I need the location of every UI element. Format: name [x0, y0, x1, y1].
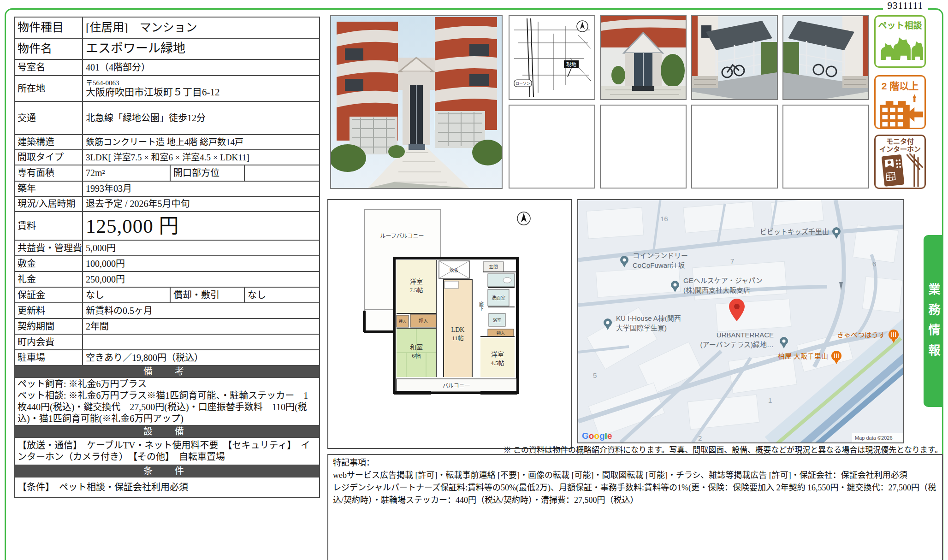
table-row-rent: 賃料 125,000 円	[14, 212, 320, 240]
map-block-number: 5	[593, 371, 597, 379]
room-label-balcony: バルコニー	[443, 383, 470, 389]
main-building-photo	[330, 15, 503, 189]
conditions-text: 【条件】 ペット相談・保証会社利用必須	[14, 477, 320, 497]
row-label: 駐車場	[14, 350, 83, 365]
table-row: 契約期間 2年間	[14, 318, 320, 334]
dogs-icon	[877, 31, 923, 64]
bicycle-parking-illustration	[692, 16, 777, 99]
poi-label: きゃべつはうす	[837, 331, 885, 339]
map-block-number: 1	[768, 396, 772, 404]
room-label-japanese: 和室	[410, 343, 423, 351]
row-value: 5,000円	[83, 240, 320, 256]
remarks-line1: ペット飼育: ※礼金6万円プラス	[18, 379, 147, 389]
room-label-void: 吹抜	[450, 267, 459, 273]
second-floor-or-above-badge: 2 階以上	[874, 75, 926, 129]
equipment-text: 【放送・通信】 ケーブルTV・ネット使用料不要 【セキュリティ】 インターホン（…	[14, 437, 320, 465]
map-attribution: Map data ©2026	[855, 435, 893, 441]
table-row: 駐車場 空きあり／19,800円（税込）	[14, 350, 320, 365]
section-header-equipment: 設 備	[14, 425, 320, 437]
row-value: 100,000円	[83, 256, 320, 271]
map-block-number: 2	[698, 434, 702, 442]
remarks-line2: ペット相談: ※礼金6万円プラス※猫1匹飼育可能、・駐輪ステッカー 1枚440円…	[18, 390, 308, 424]
table-row: 礼金 250,000円	[14, 271, 320, 287]
row-label: 築年	[14, 181, 83, 196]
empty-photo-placeholder	[782, 105, 869, 189]
table-row: 敷金 100,000円	[14, 256, 320, 271]
row-value: 北急線「緑地公園」徒歩12分	[83, 101, 320, 135]
row-value: 72m²	[83, 165, 170, 181]
intercom-badge-label-2: インターホン	[876, 145, 924, 153]
poi-label: CoCoFuwari江坂	[633, 261, 685, 269]
poi-label: (株)関西支社大阪支店	[683, 286, 750, 294]
document-number: 9311111	[883, 0, 928, 12]
table-row: 現況/入居時期 退去予定 / 2026年5月中旬	[14, 196, 320, 212]
map-block-number: 6	[872, 260, 876, 268]
row-value: 鉄筋コンクリート造 地上4階 総戸数14戸	[83, 135, 320, 150]
empty-photo-placeholder	[509, 105, 595, 189]
poi-label: 柏屋 大阪千里山	[778, 352, 828, 360]
row-value: 401（4階部分）	[83, 59, 320, 76]
address: 大阪府吹田市江坂町５丁目6-12	[86, 87, 316, 98]
special-notes-line2: レジデンシャルパートナーズ保証料:賃料等の50%(最低2万)、月額保証・事務手数…	[333, 482, 937, 507]
business-info-side-tab[interactable]: 業務情報	[924, 235, 943, 407]
row-label-2: 償却・敷引	[170, 287, 244, 303]
row-label: 更新料	[14, 303, 83, 318]
table-row: 物件名 エスポワール緑地	[14, 38, 320, 59]
room-label-washroom: 洗面室	[492, 295, 505, 301]
floor-plan-drawing: ルーフバルコニー 洋室 7.5帖 吹抜 玄関 洗面室 廊下 浴室 押入 押入 和…	[328, 200, 571, 448]
room-size-ldk: 11帖	[452, 335, 464, 342]
row-label: 現況/入居時期	[14, 196, 83, 212]
row-value: 空きあり／19,800円（税込）	[83, 350, 320, 365]
row-label: 物件名	[14, 38, 83, 59]
poi-label: URBANTERRACE	[717, 331, 774, 339]
row-value	[83, 334, 320, 350]
property-detail-table: 物件種目 [住居用] マンション 物件名 エスポワール緑地 号室名 401（4階…	[14, 17, 320, 498]
room-label-roof-balcony: ルーフバルコニー	[380, 233, 424, 239]
property-flyer-page: { "page": { "doc_number": "9311111", "si…	[0, 0, 948, 560]
special-notes-title: 特記事項：	[333, 457, 937, 469]
poi-label: コインランドリー	[633, 252, 688, 259]
poi-label: KU I-House A棟(関西	[616, 314, 681, 322]
row-value: 2年間	[83, 318, 320, 334]
section-header-conditions: 条 件	[14, 465, 320, 477]
row-label: 所在地	[14, 76, 83, 101]
room-label-entrance: 玄関	[489, 264, 498, 270]
row-label: 建築構造	[14, 135, 83, 150]
room-label-western1: 洋室	[410, 278, 423, 285]
map-block-number: 7	[730, 257, 734, 265]
row-value: 250,000円	[83, 271, 320, 287]
section-body-equipment: 【放送・通信】 ケーブルTV・ネット使用料不要 【セキュリティ】 インターホン（…	[14, 437, 320, 465]
map-block-number: 16	[660, 215, 668, 223]
poi-label: (アーバンテラス)緑地…	[700, 341, 774, 348]
address-cell: 〒564-0063 大阪府吹田市江坂町５丁目6-12	[83, 76, 320, 101]
table-row: 専有面積 72m² 開口部方位	[14, 165, 320, 181]
table-row: 町内会費	[14, 334, 320, 350]
room-label-bath: 浴室	[493, 318, 501, 323]
poi-label: GEヘルスケア・ジャパン	[683, 277, 763, 284]
postal-code: 〒564-0063	[86, 79, 316, 87]
monitor-intercom-badge: モニタ付 インターホン	[874, 135, 926, 189]
second-floor-badge-label: 2 階以上	[876, 78, 924, 92]
section-header-remarks: 備 考	[14, 365, 320, 377]
room-label-storage: 物入	[497, 330, 505, 336]
rent-amount-cell: 125,000 円	[83, 212, 320, 240]
row-label: 礼金	[14, 271, 83, 287]
table-row: 建築構造 鉄筋コンクリート造 地上4階 総戸数14戸	[14, 135, 320, 150]
room-size-western2: 4.5帖	[491, 360, 504, 366]
row-value: 3LDK[ 洋室7.5 × 和室6 × 洋室4.5 × LDK11]	[83, 150, 320, 165]
row-value-2: なし	[244, 287, 320, 303]
row-value: 退去予定 / 2026年5月中旬	[83, 196, 320, 212]
rent-amount: 125,000 円	[86, 215, 179, 237]
table-row: 物件種目 [住居用] マンション	[14, 17, 320, 38]
section-body-conditions: 【条件】 ペット相談・保証会社利用必須	[14, 477, 320, 497]
floor-plan: ルーフバルコニー 洋室 7.5帖 吹抜 玄関 洗面室 廊下 浴室 押入 押入 和…	[327, 199, 572, 449]
google-logo: Google	[582, 431, 612, 441]
row-label: 物件種目	[14, 17, 83, 38]
table-row: 所在地 〒564-0063 大阪府吹田市江坂町５丁目6-12	[14, 76, 320, 101]
row-value: なし	[83, 287, 170, 303]
room-label-closet2: 押入	[419, 318, 428, 324]
row-label: 賃料	[14, 212, 83, 240]
room-label-closet1: 押入	[399, 319, 406, 324]
row-value: 新賃料の0.5ヶ月	[83, 303, 320, 318]
table-row: 保証金 なし 償却・敷引 なし	[14, 287, 320, 303]
